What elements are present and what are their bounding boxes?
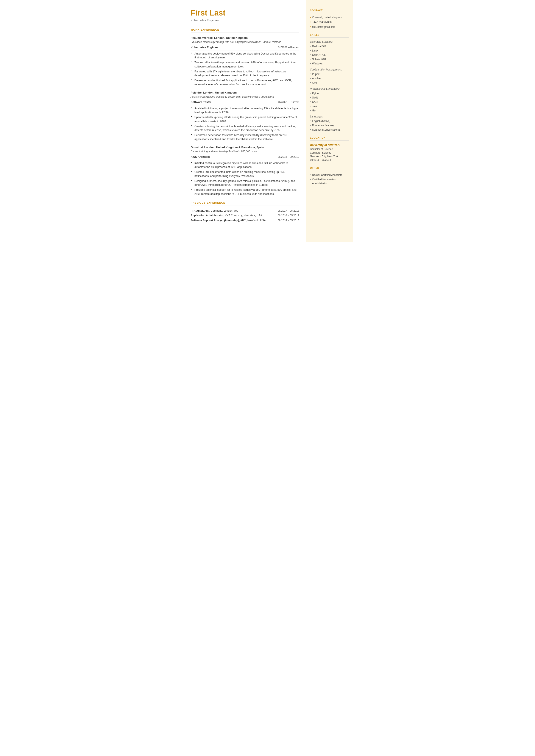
skill-prog-4: Java — [310, 104, 349, 108]
company-bold-2: Polyhire, — [191, 91, 203, 94]
contact-header: CONTACT — [310, 9, 349, 14]
role-line-3: AWS Architect 06/2018 – 09/2019 — [191, 155, 299, 160]
edu-location: New York City, New York — [310, 155, 349, 158]
bullet-2-3: Created a testing framework that boosted… — [191, 124, 299, 132]
contact-item-location: Cornwall, United Kingdom — [310, 15, 349, 19]
candidate-title: Kubernetes Engineer — [191, 18, 299, 23]
skills-category-config: Configuration Management: — [310, 68, 349, 71]
prev-role-bold-2: Application Administrator, — [191, 214, 224, 217]
education-header: EDUCATION — [310, 136, 349, 141]
skill-os-4: Solaris 9/10 — [310, 57, 349, 61]
skills-category-prog: Programming Languages: — [310, 87, 349, 91]
role-title-3: AWS Architect — [191, 155, 210, 159]
company-desc-1: Education technology startup with 50+ em… — [191, 40, 299, 44]
role-dates-1: 01/2022 – Present — [278, 45, 299, 49]
bullet-3-1: Initiated continuous integration pipelin… — [191, 161, 299, 169]
previous-experience-header: PREVIOUS EXPERIENCE — [191, 201, 299, 206]
bullet-2-4: Performed penetration tests with zero-da… — [191, 133, 299, 141]
prev-exp-dates-1: 06/2017 – 05/2018 — [277, 209, 299, 213]
bullet-1-1: Automated the deployment of 55+ cloud se… — [191, 52, 299, 60]
work-experience-header: WORK EXPERIENCE — [191, 28, 299, 33]
candidate-name: First Last — [191, 9, 299, 17]
company-desc-2: Assists organizations globally to delive… — [191, 95, 299, 99]
role-dates-3: 06/2018 – 09/2019 — [277, 155, 299, 159]
skills-list-os: Red Hat 5/6 Linux CentOS 4/5 Solaris 9/1… — [310, 44, 349, 66]
skills-list-lang: English (Native) Romanian (Native) Spani… — [310, 119, 349, 132]
prev-role-rest-1: ABC Company, London, UK — [205, 209, 238, 212]
contact-item-phone: +44 1234567890 — [310, 20, 349, 24]
role-line-1: Kubernetes Engineer 01/2022 – Present — [191, 45, 299, 50]
skill-lang-1: English (Native) — [310, 119, 349, 123]
company-name-2: Polyhire, London, United Kingdom — [191, 91, 299, 95]
skill-config-2: Ansible — [310, 76, 349, 80]
edu-dates: 10/2011 - 06/2014 — [310, 158, 349, 162]
skill-config-3: Chef — [310, 81, 349, 85]
right-column: CONTACT Cornwall, United Kingdom +44 123… — [306, 0, 353, 242]
skill-prog-5: Go — [310, 109, 349, 113]
role-dates-2: 07/2021 – Current — [278, 100, 299, 104]
role-title-1: Kubernetes Engineer — [191, 45, 219, 49]
bullet-list-2: Assisted in initiating a project turnaro… — [191, 106, 299, 141]
company-name-3: Growthsi, London, United Kingdom & Barce… — [191, 145, 299, 150]
contact-list: Cornwall, United Kingdom +44 1234567890 … — [310, 15, 349, 29]
edu-school: University of New York — [310, 143, 349, 147]
skills-header: SKILLS — [310, 33, 349, 38]
skill-lang-2: Romanian (Native) — [310, 124, 349, 127]
prev-exp-left-3: Software Support Analyst (Internship), A… — [191, 218, 276, 223]
company-location-3: London, United Kingdom & Barcelona, Spai… — [204, 146, 264, 149]
skill-os-3: CentOS 4/5 — [310, 53, 349, 57]
bullet-1-3: Partnered with 17+ agile team members to… — [191, 70, 299, 78]
bullet-list-1: Automated the deployment of 55+ cloud se… — [191, 52, 299, 87]
prev-exp-left-2: Application Administrator, XYZ Company, … — [191, 213, 276, 218]
skills-list-prog: Python Swift C/C++ Java Go — [310, 91, 349, 113]
company-block-1: Resume Worded, London, United Kingdom Ed… — [191, 36, 299, 87]
contact-item-email: first.last@gmail.com — [310, 25, 349, 29]
prev-exp-dates-2: 06/2016 – 05/2017 — [277, 213, 299, 218]
skill-config-1: Puppet — [310, 72, 349, 76]
other-list: Docker Certified Associate Certified Kub… — [310, 173, 349, 185]
role-title-2: Software Tester — [191, 100, 211, 104]
edu-degree: Bachelor of Science — [310, 147, 349, 151]
bullet-3-3: Designed subnets, security groups, IAM r… — [191, 179, 299, 187]
prev-exp-dates-3: 09/2014 – 05/2015 — [277, 218, 299, 223]
bullet-3-2: Created 30+ documented instructions on b… — [191, 170, 299, 178]
skills-list-config: Puppet Ansible Chef — [310, 72, 349, 85]
company-desc-3: Career training and membership SaaS with… — [191, 150, 299, 154]
skill-prog-1: Python — [310, 91, 349, 95]
bullet-list-3: Initiated continuous integration pipelin… — [191, 161, 299, 196]
company-block-2: Polyhire, London, United Kingdom Assists… — [191, 91, 299, 141]
bullet-2-1: Assisted in initiating a project turnaro… — [191, 106, 299, 115]
company-block-3: Growthsi, London, United Kingdom & Barce… — [191, 145, 299, 196]
company-name-1: Resume Worded, London, United Kingdom — [191, 36, 299, 40]
prev-exp-left-1: IT Auditor, ABC Company, London, UK — [191, 209, 276, 213]
skill-prog-3: C/C++ — [310, 100, 349, 104]
bullet-3-4: Provided technical support for IT-relate… — [191, 188, 299, 196]
prev-exp-row-3: Software Support Analyst (Internship), A… — [191, 218, 299, 223]
edu-field: Computer Science — [310, 151, 349, 155]
prev-exp-row-2: Application Administrator, XYZ Company, … — [191, 213, 299, 218]
company-bold-3: Growthsi, — [191, 146, 204, 149]
other-item-2: Certified Kubernetes Administrator — [310, 178, 349, 185]
other-header: OTHER — [310, 166, 349, 171]
left-column: First Last Kubernetes Engineer WORK EXPE… — [182, 0, 306, 242]
skill-os-5: Windows — [310, 62, 349, 66]
skills-category-os: Operating Systems: — [310, 40, 349, 44]
other-item-1: Docker Certified Associate — [310, 173, 349, 177]
skills-category-lang: Languages: — [310, 115, 349, 119]
skill-os-2: Linux — [310, 49, 349, 53]
skill-os-1: Red Hat 5/6 — [310, 44, 349, 48]
resume-page: First Last Kubernetes Engineer WORK EXPE… — [182, 0, 353, 242]
bullet-2-2: Spearheaded bug-fixing efforts during th… — [191, 115, 299, 124]
prev-role-bold-3: Software Support Analyst (Internship), — [191, 219, 240, 222]
bullet-1-2: Tracked all automation processes and red… — [191, 61, 299, 69]
prev-exp-row-1: IT Auditor, ABC Company, London, UK 06/2… — [191, 209, 299, 213]
prev-role-rest-3: ABC, New York, USA — [240, 219, 266, 222]
company-bold-1: Resume Worded, — [191, 36, 213, 40]
prev-role-bold-1: IT Auditor, — [191, 209, 204, 212]
company-location-2: London, United Kingdom — [203, 91, 237, 94]
skill-prog-2: Swift — [310, 96, 349, 99]
prev-role-rest-2: XYZ Company, New York, USA — [225, 214, 262, 217]
skill-lang-3: Spanish (Conversational) — [310, 128, 349, 132]
role-line-2: Software Tester 07/2021 – Current — [191, 100, 299, 105]
company-location-1: London, United Kingdom — [214, 36, 248, 40]
